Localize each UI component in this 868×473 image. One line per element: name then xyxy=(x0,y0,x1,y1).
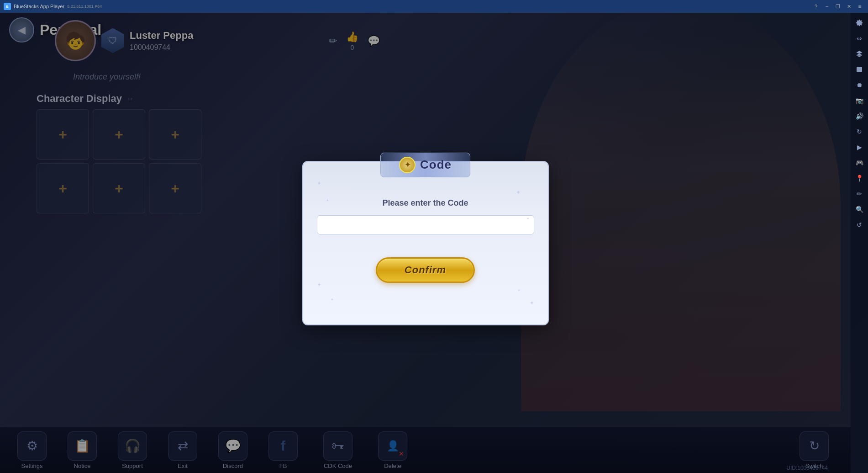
dialog-title-bar: ✦ Code xyxy=(303,153,548,177)
sidebar-expand-icon[interactable]: ⇔ xyxy=(852,31,867,46)
sidebar-edit-icon[interactable]: ✏ xyxy=(852,186,867,201)
dialog-title-text: Code xyxy=(420,158,452,172)
modal-overlay: ✦ ✦ ✦ ✦ ✦ ✦ ✦ ✦ ✦ Code Please enter the … xyxy=(0,13,851,473)
sparkle-4: ✦ xyxy=(526,217,530,221)
right-sidebar: ⇔ ⏺ 📷 🔊 ↻ ▶ 🎮 📍 ✏ 🔍 ↺ xyxy=(851,13,868,473)
titlebar: B BlueStacks App Player 5.21.511.1001 P6… xyxy=(0,0,868,13)
restore-button[interactable]: ❐ xyxy=(833,3,842,10)
sidebar-volume-icon[interactable]: 🔊 xyxy=(852,109,867,123)
dialog-title-background: ✦ Code xyxy=(380,153,470,177)
code-prompt: Please enter the Code xyxy=(382,198,468,208)
menu-button[interactable]: ≡ xyxy=(855,3,864,10)
sidebar-record-icon[interactable]: ⏺ xyxy=(852,78,867,92)
sparkle-3: ✦ xyxy=(516,189,521,196)
sparkle-2: ✦ xyxy=(326,198,329,202)
sparkle-8: ✦ xyxy=(517,288,521,292)
sidebar-layers-icon[interactable] xyxy=(852,47,867,61)
sidebar-settings-icon[interactable] xyxy=(852,16,867,30)
sidebar-refresh-icon[interactable]: ↺ xyxy=(852,218,867,232)
sparkle-7: ✦ xyxy=(530,300,534,306)
sparkle-5: ✦ xyxy=(317,282,321,288)
sidebar-rotate-icon[interactable]: ↻ xyxy=(852,124,867,139)
close-button[interactable]: ✕ xyxy=(844,3,853,10)
minimize-button[interactable]: − xyxy=(822,3,831,10)
sidebar-macro-icon[interactable]: ▶ xyxy=(852,140,867,154)
code-input[interactable] xyxy=(317,215,534,234)
sidebar-location-icon[interactable]: 📍 xyxy=(852,171,867,186)
game-content: ◀ Personal 🧒 🛡 Luster Peppa 1000409744 ✏… xyxy=(0,13,851,473)
sidebar-screenshot-icon[interactable] xyxy=(852,62,867,77)
titlebar-left: B BlueStacks App Player 5.21.511.1001 P6… xyxy=(4,3,102,10)
app-title: BlueStacks App Player xyxy=(14,4,64,9)
code-dialog: ✦ ✦ ✦ ✦ ✦ ✦ ✦ ✦ ✦ Code Please enter the … xyxy=(302,161,549,325)
bluestacks-logo: B xyxy=(4,3,11,10)
svg-point-1 xyxy=(858,68,859,69)
sidebar-camera-icon[interactable]: 📷 xyxy=(852,93,867,108)
sidebar-search-icon[interactable]: 🔍 xyxy=(852,202,867,217)
dialog-coin-icon: ✦ xyxy=(399,157,416,173)
confirm-button[interactable]: Confirm xyxy=(376,257,475,283)
titlebar-controls: ? − ❐ ✕ ≡ xyxy=(811,3,864,10)
sparkle-1: ✦ xyxy=(317,180,321,186)
app-version: 5.21.511.1001 P64 xyxy=(67,4,102,9)
sparkle-6: ✦ xyxy=(331,298,334,302)
sidebar-controls-icon[interactable]: 🎮 xyxy=(852,155,867,170)
confirm-button-label: Confirm xyxy=(376,257,475,283)
help-button[interactable]: ? xyxy=(811,3,821,10)
